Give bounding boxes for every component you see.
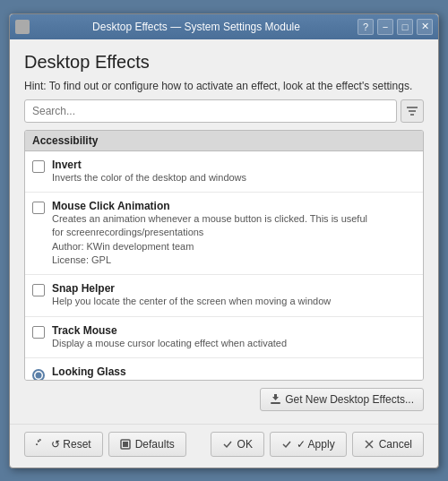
effect-item-looking-glass: Looking Glass A screen magnifier that lo… — [25, 358, 423, 380]
radio-looking-glass[interactable] — [32, 369, 45, 380]
checkbox-area-mouse-click — [32, 202, 45, 217]
effect-item-snap-helper: Snap Helper Help you locate the center o… — [25, 275, 423, 316]
download-icon — [270, 393, 281, 405]
effects-list: Accessibility Invert Inverts the color o… — [24, 130, 424, 381]
svg-rect-7 — [123, 442, 128, 447]
filter-button[interactable] — [401, 99, 424, 123]
reset-label: ↺ Reset — [51, 438, 91, 451]
ok-label: OK — [237, 438, 253, 451]
main-window: Desktop Effects — System Settings Module… — [9, 13, 439, 468]
effect-item-invert: Invert Inverts the color of the desktop … — [25, 151, 423, 193]
effect-name-mouse-click: Mouse Click Animation — [52, 200, 416, 212]
footer-left: ↺ Reset Defaults — [24, 432, 186, 457]
effect-name-looking-glass: Looking Glass — [52, 365, 416, 378]
svg-marker-4 — [272, 394, 279, 400]
checkbox-area-invert — [32, 160, 45, 176]
reset-icon — [36, 439, 47, 450]
apply-button[interactable]: ✓ Apply — [270, 432, 347, 457]
titlebar: Desktop Effects — System Settings Module… — [10, 14, 438, 39]
effect-text-invert: Invert Inverts the color of the desktop … — [52, 159, 416, 185]
effect-item-track-mouse: Track Mouse Display a mouse cursor locat… — [25, 317, 423, 358]
effect-desc-invert: Inverts the color of the desktop and win… — [52, 171, 416, 185]
effect-desc-looking-glass: A screen magnifier that looks like a fis… — [52, 378, 416, 380]
footer-right: OK ✓ Apply Cancel — [211, 432, 424, 457]
search-input[interactable] — [24, 99, 397, 123]
search-row — [24, 99, 424, 123]
help-button[interactable]: ? — [358, 19, 374, 35]
cancel-label: Cancel — [379, 438, 412, 451]
apply-checkmark-icon — [281, 439, 292, 450]
ok-button[interactable]: OK — [211, 432, 264, 457]
radio-area-looking-glass — [32, 367, 45, 380]
close-button[interactable]: ✕ — [417, 19, 433, 35]
hint-text: Hint: To find out or configure how to ac… — [24, 80, 424, 92]
effect-text-track-mouse: Track Mouse Display a mouse cursor locat… — [52, 324, 416, 350]
category-header: Accessibility — [25, 131, 423, 151]
window-title: Desktop Effects — System Settings Module — [35, 21, 358, 33]
filter-icon — [406, 105, 418, 117]
footer: ↺ Reset Defaults OK ✓ Appl — [10, 424, 438, 468]
effect-name-invert: Invert — [52, 159, 416, 171]
get-effects-button[interactable]: Get New Desktop Effects... — [260, 388, 424, 411]
effect-desc-track-mouse: Display a mouse cursor locating effect w… — [52, 337, 416, 350]
window-controls: ? − □ ✕ — [358, 19, 433, 35]
get-effects-row: Get New Desktop Effects... — [24, 388, 424, 415]
app-icon — [15, 20, 30, 34]
checkbox-invert[interactable] — [32, 160, 45, 173]
ok-checkmark-icon — [222, 439, 233, 450]
reset-button[interactable]: ↺ Reset — [24, 432, 103, 457]
effect-desc-snap-helper: Help you locate the center of the screen… — [52, 295, 416, 308]
checkbox-mouse-click[interactable] — [32, 202, 45, 214]
effect-desc-mouse-click: Creates an animation whenever a mouse bu… — [52, 212, 416, 268]
checkbox-area-track-mouse — [32, 326, 45, 341]
effect-item-mouse-click: Mouse Click Animation Creates an animati… — [25, 193, 423, 276]
effect-name-track-mouse: Track Mouse — [52, 324, 416, 337]
checkbox-area-snap-helper — [32, 284, 45, 299]
checkbox-track-mouse[interactable] — [32, 326, 45, 339]
minimize-button[interactable]: − — [377, 19, 393, 35]
apply-label: ✓ Apply — [297, 438, 335, 451]
get-effects-label: Get New Desktop Effects... — [285, 393, 414, 406]
defaults-button[interactable]: Defaults — [108, 432, 186, 457]
defaults-icon — [120, 439, 131, 450]
effect-text-looking-glass: Looking Glass A screen magnifier that lo… — [52, 365, 416, 380]
checkbox-snap-helper[interactable] — [32, 284, 45, 296]
effect-text-mouse-click: Mouse Click Animation Creates an animati… — [52, 200, 416, 268]
page-title: Desktop Effects — [24, 52, 424, 73]
maximize-button[interactable]: □ — [397, 19, 413, 35]
main-content: Desktop Effects Hint: To find out or con… — [10, 39, 438, 424]
effect-name-snap-helper: Snap Helper — [52, 282, 416, 295]
defaults-label: Defaults — [135, 438, 175, 451]
effect-text-snap-helper: Snap Helper Help you locate the center o… — [52, 282, 416, 308]
svg-rect-3 — [271, 402, 280, 404]
cancel-button[interactable]: Cancel — [352, 432, 424, 457]
cancel-x-icon — [364, 439, 375, 450]
